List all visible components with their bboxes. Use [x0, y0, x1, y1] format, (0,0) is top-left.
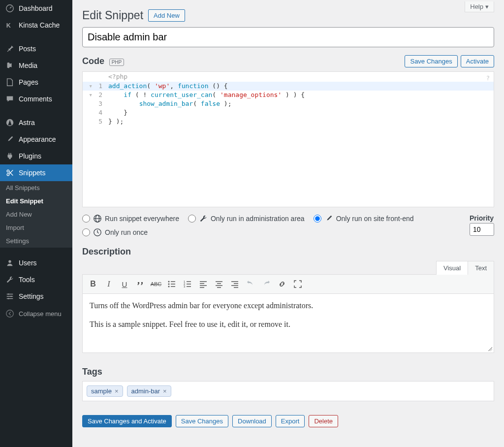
brush-icon [324, 214, 333, 223]
wrench-icon [199, 214, 208, 223]
snippet-title-input[interactable] [82, 27, 494, 47]
sliders-icon [5, 291, 15, 301]
sidebar-label: Posts [19, 45, 36, 53]
sidebar-item-snippets[interactable]: Snippets [0, 164, 72, 181]
remove-tag-icon[interactable]: × [163, 387, 167, 395]
code-heading: Code [82, 56, 104, 66]
sidebar-item-posts[interactable]: Posts [0, 40, 72, 57]
redo-icon[interactable] [259, 277, 274, 291]
tags-heading: Tags [82, 367, 494, 377]
sidebar-label: Appearance [19, 135, 56, 143]
wrench-icon [5, 275, 15, 285]
code-line[interactable]: 5 } ); [83, 117, 494, 126]
code-line[interactable]: 3 show_admin_bar( false ); [83, 99, 494, 108]
code-line[interactable]: 4 } [83, 108, 494, 117]
sidebar-item-tools[interactable]: Tools [0, 271, 72, 288]
export-button[interactable]: Export [276, 415, 305, 427]
plug-icon [5, 151, 15, 161]
help-button[interactable]: Help ▾ [465, 1, 494, 12]
scope-everywhere[interactable]: Run snippet everywhere [82, 214, 179, 223]
undo-icon[interactable] [243, 277, 258, 291]
svg-point-5 [8, 260, 11, 263]
priority-input[interactable] [470, 223, 494, 236]
sidebar-item-pages[interactable]: Pages [0, 74, 72, 91]
link-icon[interactable] [275, 277, 289, 291]
wysiwyg-toolbar: B I U ABC 123 [82, 274, 494, 294]
sidebar-item-kinsta[interactable]: K Kinsta Cache [0, 17, 72, 33]
sidebar-label: Users [19, 259, 37, 267]
globe-icon [93, 214, 102, 223]
svg-point-9 [6, 310, 13, 317]
sidebar-item-comments[interactable]: Comments [0, 91, 72, 107]
align-left-icon[interactable] [196, 277, 211, 291]
number-list-icon[interactable]: 123 [180, 277, 195, 291]
sidebar-label: Media [19, 62, 37, 69]
sidebar-item-settings[interactable]: Settings [0, 288, 72, 305]
align-right-icon[interactable] [227, 277, 242, 291]
sidebar-item-appearance[interactable]: Appearance [0, 131, 72, 148]
brush-icon [5, 134, 15, 144]
collapse-menu[interactable]: Collapse menu [0, 305, 72, 322]
save-activate-button[interactable]: Save Changes and Activate [82, 415, 172, 427]
code-line[interactable]: ▾2 if ( ! current_user_can( 'manage_opti… [83, 91, 494, 99]
users-icon [5, 258, 15, 268]
subnav-settings[interactable]: Settings [0, 234, 72, 248]
sidebar-label: Snippets [19, 169, 45, 177]
svg-point-15 [168, 286, 170, 287]
description-heading: Description [82, 247, 494, 257]
tab-text[interactable]: Text [468, 261, 494, 275]
remove-tag-icon[interactable]: × [115, 387, 119, 395]
pin-icon [5, 44, 15, 54]
scope-radio[interactable] [82, 228, 90, 236]
sidebar-label: Settings [19, 292, 44, 300]
scope-once[interactable]: Only run once [82, 228, 414, 237]
strikethrough-icon[interactable]: ABC [149, 277, 163, 291]
subnav-add-new[interactable]: Add New [0, 208, 72, 221]
astra-icon [5, 118, 15, 128]
save-button[interactable]: Save Changes [176, 415, 228, 427]
description-editor[interactable]: Turns off the WordPress admin bar for ev… [82, 294, 494, 353]
scope-radio[interactable] [82, 215, 90, 223]
scope-frontend[interactable]: Only run on site front-end [314, 214, 414, 223]
tag-chip: sample × [87, 385, 123, 397]
php-badge: PHP [109, 59, 125, 66]
underline-icon[interactable]: U [117, 277, 132, 291]
svg-text:3: 3 [184, 285, 186, 288]
subnav-edit-snippet[interactable]: Edit Snippet [0, 194, 72, 208]
download-button[interactable]: Download [232, 415, 272, 427]
italic-icon[interactable]: I [101, 277, 116, 291]
scope-admin[interactable]: Only run in administration area [188, 214, 305, 223]
tab-visual[interactable]: Visual [436, 261, 468, 275]
code-editor[interactable]: ? <?php ▾1 add_action( 'wp', function ()… [82, 71, 494, 207]
bullet-list-icon[interactable] [164, 277, 179, 291]
scope-radio[interactable] [314, 215, 321, 223]
admin-sidebar: Dashboard K Kinsta Cache Posts Media Pag… [0, 0, 72, 447]
tags-input[interactable]: sample × admin-bar × [82, 381, 494, 401]
activate-button[interactable]: Activate [461, 55, 494, 67]
sidebar-label: Dashboard [19, 4, 53, 12]
svg-text:K: K [6, 22, 11, 29]
sidebar-item-astra[interactable]: Astra [0, 114, 72, 131]
sidebar-item-dashboard[interactable]: Dashboard [0, 0, 72, 17]
delete-button[interactable]: Delete [309, 415, 338, 427]
fullscreen-icon[interactable] [290, 277, 305, 291]
align-center-icon[interactable] [212, 277, 226, 291]
svg-point-8 [8, 298, 9, 299]
svg-point-13 [168, 281, 170, 283]
add-new-button[interactable]: Add New [148, 9, 185, 22]
sidebar-label: Tools [19, 276, 35, 284]
sidebar-item-media[interactable]: Media [0, 57, 72, 74]
sidebar-label: Astra [19, 119, 35, 127]
resize-handle[interactable] [487, 346, 493, 351]
help-hint-icon[interactable]: ? [486, 75, 490, 82]
bold-icon[interactable]: B [86, 277, 100, 291]
subnav-all-snippets[interactable]: All Snippets [0, 181, 72, 194]
quote-icon[interactable] [133, 277, 148, 291]
save-changes-button[interactable]: Save Changes [405, 55, 457, 67]
scope-radio[interactable] [188, 215, 196, 223]
sidebar-label: Kinsta Cache [19, 21, 60, 29]
subnav-import[interactable]: Import [0, 221, 72, 234]
code-line[interactable]: ▾1 add_action( 'wp', function () { [83, 82, 494, 91]
sidebar-item-users[interactable]: Users [0, 255, 72, 271]
sidebar-item-plugins[interactable]: Plugins [0, 148, 72, 164]
